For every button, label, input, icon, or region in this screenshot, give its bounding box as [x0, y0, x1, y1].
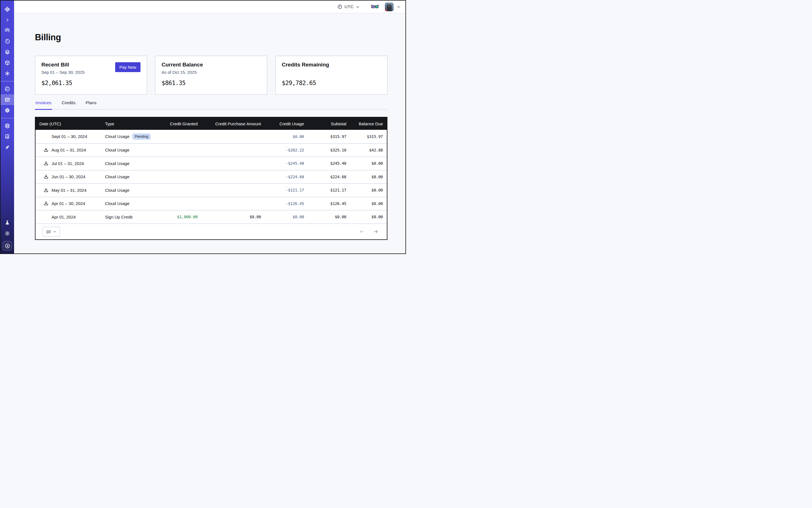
- flask-experiments-icon[interactable]: [4, 217, 10, 228]
- timezone-selector[interactable]: UTC: [337, 4, 360, 9]
- credit-purchase-value: $0.00: [198, 215, 261, 219]
- sun-theme-icon[interactable]: [4, 228, 10, 239]
- invoice-date: Apr 01 – 30, 2024: [51, 201, 85, 206]
- download-icon: [43, 174, 49, 179]
- download-invoice-button[interactable]: [43, 201, 49, 206]
- current-balance-card: Current Balance As of Oct 15, 2025 $861.…: [155, 56, 267, 95]
- clock-icon: [337, 4, 342, 9]
- balance-due-value: $0.00: [346, 201, 383, 206]
- invoice-date: Jun 01 – 30, 2024: [51, 174, 85, 179]
- table-footer: 10: [36, 223, 387, 239]
- svg-text:$: $: [6, 245, 8, 248]
- invoice-date: May 01 – 31, 2024: [51, 188, 86, 193]
- subtotal-value: $0.00: [304, 215, 346, 219]
- credits-dollar-badge-button[interactable]: $: [3, 241, 12, 251]
- download-invoice-button[interactable]: [43, 147, 49, 153]
- page-size-select[interactable]: 10: [43, 227, 60, 237]
- iris-icon[interactable]: [1, 25, 14, 36]
- download-invoice-button[interactable]: [43, 174, 49, 179]
- docs-book-icon[interactable]: [1, 131, 14, 142]
- column-header-credit-granted: Credit Granted: [165, 121, 198, 126]
- balance-due-value: $0.00: [346, 161, 383, 166]
- topbar: UTC: [14, 1, 405, 13]
- credit-usage-value: $0.00: [261, 215, 304, 219]
- status-badge: Pending: [132, 133, 151, 140]
- subtotal-value: $121.17: [304, 188, 346, 192]
- invoice-type: Cloud Usage: [105, 174, 130, 179]
- settings-gear-icon[interactable]: [1, 105, 14, 116]
- card-title: Current Balance: [162, 62, 203, 68]
- invoice-type: Cloud Usage: [105, 147, 130, 152]
- summary-cards: Recent Bill Sep 01 – Sep 30, 2025 Pay No…: [35, 56, 387, 95]
- invoice-date: Aug 01 – 31, 2024: [51, 147, 86, 152]
- credit-usage-value: -$282.22: [261, 148, 304, 152]
- balance-due-value: $0.00: [346, 188, 383, 192]
- next-page-button[interactable]: [373, 229, 378, 234]
- invoice-date: Sept 01 – 30, 2024: [51, 134, 87, 139]
- lifebuoy-support-icon[interactable]: [1, 121, 14, 131]
- download-icon: [43, 201, 49, 206]
- pay-now-button[interactable]: Pay Now: [115, 62, 140, 72]
- pagination-controls: [359, 229, 378, 234]
- arrow-right-icon: [373, 229, 378, 234]
- credit-card-icon: [4, 97, 10, 102]
- table-header-row: Date (UTC) Type Credit Granted Credit Pu…: [36, 118, 387, 130]
- orbit-logo-icon[interactable]: [1, 4, 14, 15]
- invoice-row: Jun 01 – 30, 2024Cloud Usage-$224.68$224…: [36, 170, 387, 183]
- chevron-down-icon: [355, 5, 360, 9]
- arrow-left-icon: [359, 229, 365, 234]
- collapse-chevron-icon[interactable]: [1, 15, 14, 25]
- 3d-glasses-button[interactable]: [371, 4, 379, 9]
- subtotal-value: $315.97: [304, 134, 346, 139]
- invoice-type: Cloud Usage: [105, 161, 130, 166]
- invoice-row: Aug 01 – 31, 2024Cloud Usage-$282.22$325…: [36, 143, 387, 157]
- download-invoice-button[interactable]: [43, 187, 49, 193]
- rocket-icon[interactable]: [1, 142, 14, 153]
- card-subtitle: As of Oct 15, 2025: [162, 70, 203, 75]
- credit-usage-value: -$126.45: [261, 201, 304, 206]
- billing-tabs: Invoices Credits Plans: [35, 98, 387, 110]
- balance-due-value: $0.00: [346, 215, 383, 219]
- page-size-value: 10: [46, 229, 51, 234]
- subtotal-value: $224.68: [304, 175, 346, 179]
- timezone-label: UTC: [344, 4, 354, 9]
- recent-bill-card: Recent Bill Sep 01 – Sep 30, 2025 Pay No…: [35, 56, 147, 95]
- asterisk-icon[interactable]: [1, 68, 14, 79]
- invoices-table: Date (UTC) Type Credit Granted Credit Pu…: [35, 117, 387, 240]
- download-invoice-button[interactable]: [43, 161, 49, 166]
- download-icon: [43, 187, 49, 193]
- card-subtitle: Sep 01 – Sep 30, 2025: [41, 70, 84, 75]
- cube-icon[interactable]: [1, 57, 14, 68]
- download-slot-empty: [43, 214, 49, 220]
- credit-usage-value: -$224.68: [261, 175, 304, 179]
- subtotal-value: $325.10: [304, 148, 346, 152]
- dollar-badge-icon: $: [4, 243, 10, 249]
- invoice-row: Sept 01 – 30, 2024Cloud UsagePending$0.0…: [36, 130, 387, 143]
- invoice-type: Cloud Usage: [105, 134, 130, 139]
- app-window: $ UTC: [0, 0, 406, 254]
- subtotal-value: $126.45: [304, 201, 346, 206]
- sidebar-divider: [1, 81, 14, 81]
- tab-plans[interactable]: Plans: [85, 98, 97, 110]
- column-header-type: Type: [105, 121, 165, 126]
- card-title: Recent Bill: [41, 62, 84, 68]
- account-menu-button[interactable]: [396, 4, 401, 9]
- balance-due-value: $0.00: [346, 175, 383, 179]
- user-avatar[interactable]: [385, 3, 394, 11]
- page-title: Billing: [35, 32, 387, 43]
- tab-credits[interactable]: Credits: [61, 98, 76, 110]
- invoice-type: Cloud Usage: [105, 188, 130, 193]
- sidebar-bottom-group: $: [1, 217, 14, 253]
- history-timer-icon[interactable]: [1, 36, 14, 47]
- 3d-glasses-icon: [371, 4, 379, 9]
- column-header-balance-due: Balance Due: [346, 121, 383, 126]
- card-amount: $2,061.35: [41, 80, 140, 86]
- download-icon: [43, 161, 49, 166]
- previous-page-button[interactable]: [359, 229, 365, 234]
- tab-invoices[interactable]: Invoices: [35, 98, 52, 110]
- gauge-icon[interactable]: [1, 84, 14, 94]
- invoice-row: Jul 01 – 31, 2024Cloud Usage-$245.48$245…: [36, 157, 387, 170]
- layers-icon[interactable]: [1, 47, 14, 57]
- column-header-credit-purchase: Credit Purchase Amount: [198, 121, 261, 126]
- sidebar-item-billing[interactable]: [1, 94, 14, 105]
